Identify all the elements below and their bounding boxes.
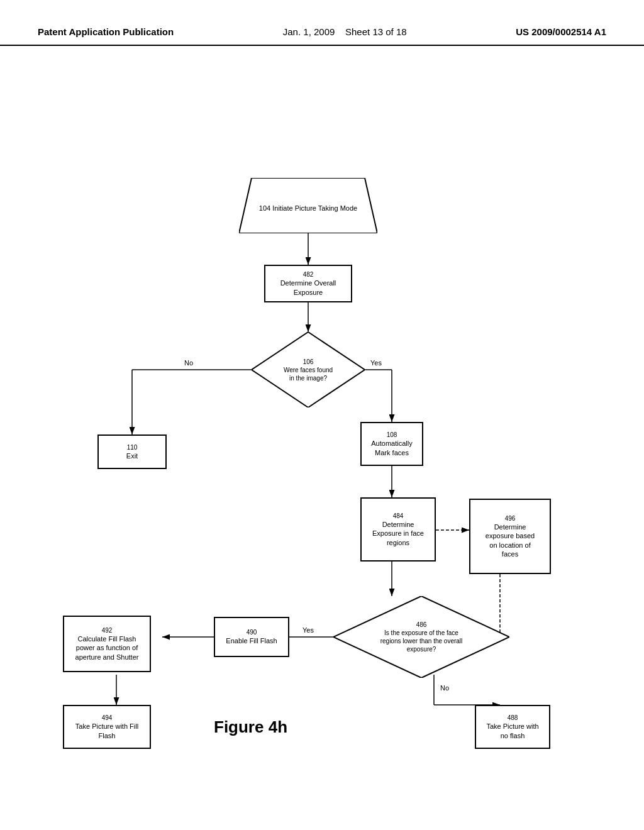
node-110: 110 Exit bbox=[97, 434, 167, 469]
node-484: 484 DetermineExposure in faceregions bbox=[360, 497, 436, 562]
node-496-label: Determineexposure basedon location offac… bbox=[486, 523, 535, 558]
node-486: 486 Is the exposure of the faceregions l… bbox=[333, 596, 509, 678]
node-482-num: 482 bbox=[303, 270, 314, 279]
svg-text:Yes: Yes bbox=[370, 359, 382, 367]
node-488-num: 488 bbox=[508, 714, 518, 722]
node-488: 488 Take Picture withno flash bbox=[475, 705, 550, 749]
patent-number: US 2009/0002514 A1 bbox=[516, 26, 606, 37]
node-488-label: Take Picture withno flash bbox=[486, 722, 538, 740]
node-110-num: 110 bbox=[127, 443, 138, 451]
diagram: No Yes Yes No bbox=[0, 46, 644, 788]
node-494-num: 494 bbox=[102, 714, 113, 722]
date-label: Jan. 1, 2009 bbox=[283, 26, 335, 37]
node-492-num: 492 bbox=[102, 626, 113, 634]
node-106-label: Were faces foundin the image? bbox=[284, 366, 333, 382]
svg-text:No: No bbox=[440, 684, 449, 692]
node-490-num: 490 bbox=[247, 628, 257, 636]
node-108-label: AutomaticallyMark faces bbox=[371, 439, 412, 457]
svg-text:Yes: Yes bbox=[303, 626, 314, 634]
node-104: 104 Initiate Picture Taking Mode bbox=[239, 178, 377, 233]
node-106: 106 Were faces foundin the image? bbox=[252, 332, 365, 407]
node-106-num: 106 bbox=[303, 358, 314, 366]
header-right: US 2009/0002514 A1 bbox=[516, 25, 606, 38]
node-492: 492 Calculate Fill Flashpower as functio… bbox=[63, 616, 151, 672]
sheet-label: Sheet 13 of 18 bbox=[345, 26, 407, 37]
node-494-label: Take Picture with FillFlash bbox=[75, 722, 138, 740]
node-494: 494 Take Picture with FillFlash bbox=[63, 705, 151, 749]
node-484-label: DetermineExposure in faceregions bbox=[372, 520, 424, 547]
node-482: 482 Determine OverallExposure bbox=[264, 265, 352, 302]
page: Patent Application Publication Jan. 1, 2… bbox=[0, 0, 644, 830]
publication-label: Patent Application Publication bbox=[38, 26, 174, 37]
node-108: 108 AutomaticallyMark faces bbox=[360, 422, 423, 466]
svg-text:No: No bbox=[184, 359, 193, 367]
node-496: 496 Determineexposure basedon location o… bbox=[469, 499, 551, 574]
node-104-label: Initiate Picture Taking Mode bbox=[272, 204, 357, 212]
figure-label: Figure 4h bbox=[214, 717, 287, 737]
node-490: 490 Enable Fill Flash bbox=[214, 617, 289, 657]
header-center: Jan. 1, 2009 Sheet 13 of 18 bbox=[283, 25, 407, 38]
node-108-num: 108 bbox=[387, 431, 397, 439]
node-484-num: 484 bbox=[393, 512, 404, 520]
header: Patent Application Publication Jan. 1, 2… bbox=[0, 0, 644, 46]
node-490-label: Enable Fill Flash bbox=[226, 636, 277, 645]
node-496-num: 496 bbox=[505, 514, 516, 523]
node-482-label: Determine OverallExposure bbox=[280, 279, 336, 297]
node-492-label: Calculate Fill Flashpower as function of… bbox=[75, 634, 139, 661]
header-left: Patent Application Publication bbox=[38, 25, 174, 38]
node-104-num: 104 bbox=[259, 204, 270, 212]
node-486-label: Is the exposure of the faceregions lower… bbox=[380, 629, 463, 653]
arrows-overlay: No Yes Yes No bbox=[0, 46, 644, 788]
node-110-label: Exit bbox=[126, 451, 138, 460]
node-486-num: 486 bbox=[416, 621, 427, 629]
